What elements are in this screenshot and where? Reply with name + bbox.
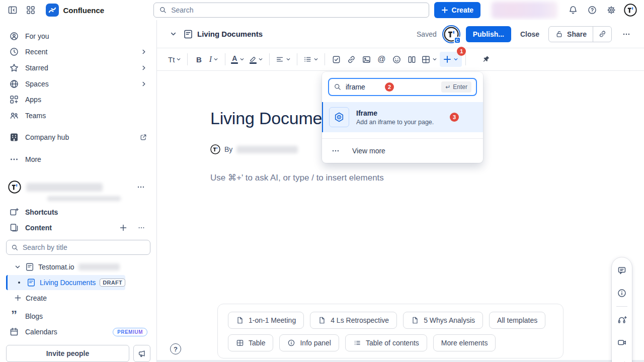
search-icon: [334, 83, 342, 91]
insert-toc-button[interactable]: Table of contents: [345, 334, 427, 351]
template-1on1-meeting[interactable]: 1-on-1 Meeting: [228, 312, 304, 329]
global-search[interactable]: [153, 3, 429, 18]
sidebar-item-teams[interactable]: Teams: [6, 108, 150, 124]
star-icon: [9, 63, 19, 73]
sidebar-item-label: Teams: [25, 112, 147, 120]
result-iframe[interactable]: Iframe Add an iframe to your page. 3: [322, 102, 483, 132]
sidebar-item-recent[interactable]: Recent: [6, 44, 150, 60]
create-button-label: Create: [452, 6, 474, 14]
template-label: 4 Ls Retrospective: [331, 316, 389, 324]
settings-button[interactable]: [604, 3, 619, 18]
headset-plus-icon: [617, 315, 627, 325]
sidebar-shortcuts[interactable]: Shortcuts: [6, 204, 150, 220]
app-name: Confluence: [63, 6, 104, 15]
help-button[interactable]: [585, 3, 600, 18]
app-grid-icon: [26, 5, 36, 15]
announce-button[interactable]: [615, 358, 628, 362]
chevron-down-icon: [285, 56, 291, 62]
text-color-button[interactable]: A: [229, 52, 247, 67]
all-templates-button[interactable]: All templates: [489, 312, 545, 329]
navbar-actions: [566, 3, 638, 18]
template-label: More elements: [441, 339, 488, 347]
content-search-input[interactable]: [23, 243, 145, 251]
space-more-button[interactable]: [133, 179, 148, 195]
space-header[interactable]: [6, 179, 150, 196]
insert-info-panel-button[interactable]: Info panel: [279, 334, 339, 351]
mention-button[interactable]: @: [374, 52, 389, 67]
insert-table-button[interactable]: Table: [228, 334, 273, 351]
view-more-button[interactable]: View more: [322, 138, 483, 163]
avatar-t-logo: [624, 4, 637, 17]
template-label: 1-on-1 Meeting: [249, 316, 296, 324]
element-search[interactable]: 2 ↵ Enter: [328, 78, 477, 96]
publish-button[interactable]: Publish...: [466, 26, 511, 42]
notifications-button[interactable]: [566, 3, 581, 18]
editor-help-button[interactable]: ?: [170, 343, 181, 354]
breadcrumb-expand-button[interactable]: [167, 28, 179, 40]
pin-toolbar-button[interactable]: [478, 52, 494, 67]
editor-placeholder[interactable]: Use ⌘+' to ask AI, or type / to insert e…: [210, 172, 644, 183]
alignment-button[interactable]: [273, 52, 293, 67]
global-search-input[interactable]: [171, 6, 423, 14]
element-search-input[interactable]: [346, 83, 381, 91]
table-button[interactable]: [419, 52, 440, 67]
collaborator-avatar[interactable]: C: [444, 27, 459, 42]
page-info-button[interactable]: [615, 287, 628, 300]
comments-button[interactable]: [615, 264, 628, 277]
app-switcher-button[interactable]: [23, 3, 38, 18]
page-more-button[interactable]: [619, 27, 634, 42]
highlight-color-button[interactable]: [247, 52, 266, 67]
link-icon: [598, 30, 607, 38]
more-elements-button[interactable]: More elements: [433, 334, 496, 351]
content-add-button[interactable]: [117, 222, 129, 234]
sidebar-item-calendars[interactable]: Calendars PREMIUM: [6, 324, 150, 340]
sidebar-item-spaces[interactable]: Spaces: [6, 76, 150, 92]
sidebar-item-label: Apps: [25, 96, 147, 104]
template-label: 5 Whys Analysis: [424, 316, 475, 324]
sidebar-item-starred[interactable]: Starred: [6, 60, 150, 76]
tree-item-living-documents[interactable]: Living Documents DRAFT: [6, 275, 125, 290]
content-tree: Testomat.io Living Documents DRAFT Creat…: [6, 260, 150, 305]
emoji-button[interactable]: [389, 52, 404, 67]
collapse-sidebar-button[interactable]: [5, 3, 20, 18]
copy-link-button[interactable]: [593, 27, 611, 42]
sidebar-item-blogs[interactable]: ” Blogs: [6, 308, 150, 324]
italic-button[interactable]: I: [206, 52, 221, 67]
templates-panel: 1-on-1 Meeting 4 Ls Retrospective 5 Whys…: [217, 304, 564, 358]
bullet-list-icon: [303, 55, 312, 64]
task-button[interactable]: [329, 52, 344, 67]
plus-icon: [441, 7, 448, 14]
tree-item-parent[interactable]: Testomat.io: [6, 260, 120, 274]
lists-button[interactable]: [301, 52, 321, 67]
create-button[interactable]: Create: [434, 2, 481, 18]
share-button[interactable]: Share: [549, 27, 593, 42]
text-style-button[interactable]: Tt: [166, 52, 184, 67]
sidebar-item-more[interactable]: More: [6, 151, 150, 167]
feedback-button[interactable]: [133, 345, 150, 362]
highlighter-icon: [249, 55, 257, 62]
invite-people-button[interactable]: Invite people: [6, 345, 129, 362]
template-4ls-retrospective[interactable]: 4 Ls Retrospective: [310, 312, 397, 329]
insert-elements-button[interactable]: 1: [440, 52, 462, 67]
sidebar-item-apps[interactable]: Apps: [6, 92, 150, 108]
chevron-down-icon: [453, 56, 459, 62]
sidebar-content[interactable]: Content: [6, 220, 150, 236]
video-button[interactable]: [615, 336, 628, 349]
template-5-whys-analysis[interactable]: 5 Whys Analysis: [403, 312, 483, 329]
profile-avatar[interactable]: [623, 3, 638, 18]
insert-image-button[interactable]: [359, 52, 374, 67]
sidebar-item-company-hub[interactable]: Company hub: [6, 129, 150, 145]
tree-create-button[interactable]: Create: [6, 291, 47, 305]
sidebar-item-for-you[interactable]: For you: [6, 28, 150, 44]
content-more-button[interactable]: [135, 222, 147, 234]
close-button[interactable]: Close: [518, 30, 541, 38]
layouts-button[interactable]: [404, 52, 419, 67]
teams-icon: [9, 111, 19, 121]
collapse-sidebar-icon: [8, 5, 18, 15]
bold-button[interactable]: B: [191, 52, 206, 67]
confluence-logo[interactable]: Confluence: [46, 4, 104, 17]
support-button[interactable]: [615, 313, 628, 326]
content-search[interactable]: [6, 240, 150, 255]
insert-link-button[interactable]: [344, 52, 359, 67]
sidebar-item-label: Spaces: [25, 80, 134, 88]
